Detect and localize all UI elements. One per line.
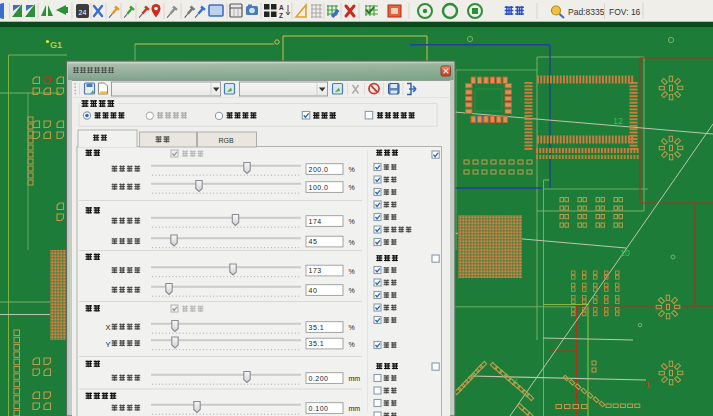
svg-text:RGB: RGB — [218, 137, 234, 144]
svg-text:%: % — [349, 184, 355, 191]
svg-text:G1: G1 — [50, 40, 62, 50]
svg-text:100.0: 100.0 — [309, 184, 329, 191]
svg-text:A: A — [279, 4, 284, 11]
svg-text:12: 12 — [613, 116, 623, 126]
svg-text:200.0: 200.0 — [309, 166, 329, 173]
svg-text:%: % — [349, 166, 355, 173]
svg-text:35.1: 35.1 — [309, 340, 325, 347]
svg-text:%: % — [349, 218, 355, 225]
svg-text:%: % — [349, 324, 355, 331]
svg-text:35.1: 35.1 — [309, 324, 325, 331]
svg-text:%: % — [349, 287, 355, 294]
svg-text:X: X — [106, 323, 111, 332]
svg-text:%: % — [349, 268, 355, 275]
svg-text:%: % — [349, 239, 355, 246]
svg-text:0.200: 0.200 — [309, 375, 329, 382]
svg-text:10: 10 — [620, 248, 630, 258]
svg-text:%: % — [349, 341, 355, 348]
svg-text:40: 40 — [309, 287, 318, 294]
svg-text:174: 174 — [309, 218, 322, 225]
svg-text:45: 45 — [309, 238, 318, 245]
svg-text:mm: mm — [349, 405, 361, 412]
svg-text:FOV: 16: FOV: 16 — [609, 7, 641, 17]
svg-text:24: 24 — [79, 9, 87, 16]
svg-text:Y: Y — [106, 340, 111, 349]
svg-text:0.100: 0.100 — [309, 405, 329, 412]
svg-text:Z: Z — [279, 12, 283, 19]
svg-text:mm: mm — [349, 375, 361, 382]
svg-text:Pad:8335: Pad:8335 — [568, 7, 605, 17]
svg-text:173: 173 — [309, 267, 322, 274]
svg-text:1: 1 — [645, 380, 650, 390]
